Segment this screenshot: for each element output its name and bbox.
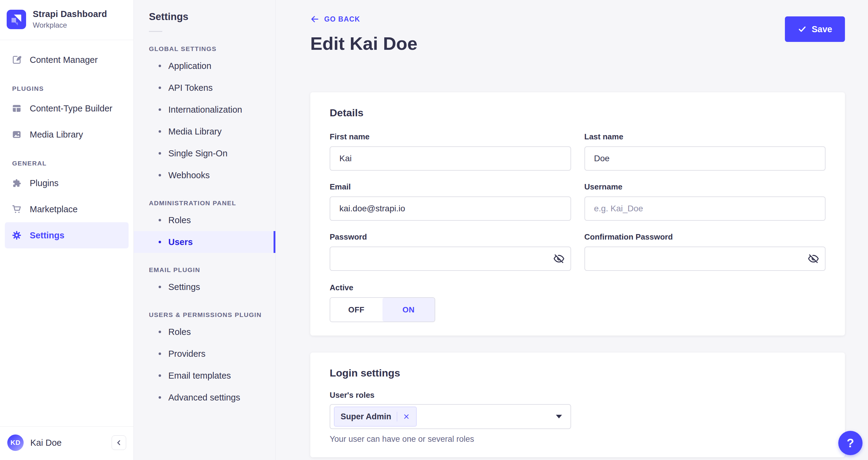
subnav-item-label: API Tokens — [168, 83, 213, 93]
password-input[interactable] — [330, 247, 571, 271]
toggle-off-button[interactable]: OFF — [330, 298, 382, 321]
sidebar-item-label: Plugins — [30, 178, 59, 188]
bullet-icon — [159, 374, 161, 377]
shopping-cart-icon — [11, 204, 22, 214]
chevron-down-icon — [556, 415, 562, 419]
active-indicator — [274, 231, 275, 253]
go-back-link[interactable]: GO BACK — [310, 15, 360, 24]
subnav-item-media-library[interactable]: Media Library — [134, 120, 275, 142]
subnav-section-users-permissions: USERS & PERMISSIONS PLUGIN Roles Provide… — [134, 311, 275, 408]
first-name-label: First name — [330, 132, 571, 142]
bullet-icon — [159, 130, 161, 133]
first-name-field: First name — [330, 132, 571, 171]
user-roles-select[interactable]: Super Admin — [330, 404, 571, 429]
workspace-name: Workplace — [33, 21, 107, 29]
subnav-item-up-roles[interactable]: Roles — [134, 321, 275, 343]
bullet-icon — [159, 219, 161, 221]
save-button[interactable]: Save — [785, 17, 845, 42]
password-field: Password — [330, 232, 571, 271]
subnav-item-label: Users — [168, 237, 193, 247]
subnav-item-email-templates[interactable]: Email templates — [134, 365, 275, 386]
sidebar-item-media-library[interactable]: Media Library — [5, 121, 129, 148]
subnav-item-internationalization[interactable]: Internationalization — [134, 99, 275, 120]
bullet-icon — [159, 352, 161, 355]
sidebar-item-settings[interactable]: Settings — [5, 222, 129, 248]
sidebar-item-content-manager[interactable]: Content Manager — [5, 47, 129, 73]
confirmation-password-label: Confirmation Password — [584, 232, 826, 242]
username-input[interactable] — [584, 197, 826, 221]
sidebar-item-label: Marketplace — [30, 204, 78, 214]
username-field: Username — [584, 182, 826, 221]
sidebar-item-plugins[interactable]: Plugins — [5, 170, 129, 196]
subnav-section-administration-panel: ADMINISTRATION PANEL Roles Users — [134, 200, 275, 253]
last-name-input[interactable] — [584, 146, 826, 171]
subnav-item-advanced-settings[interactable]: Advanced settings — [134, 386, 275, 408]
confirmation-password-field: Confirmation Password — [584, 232, 826, 271]
subnav-item-providers[interactable]: Providers — [134, 343, 275, 365]
sidebar-item-label: Content Manager — [30, 55, 98, 65]
sidebar-item-label: Settings — [30, 230, 64, 240]
gear-icon — [11, 230, 22, 240]
login-settings-card: Login settings User's roles Super Admin … — [310, 352, 845, 457]
email-input[interactable] — [330, 197, 571, 221]
app-root: Strapi Dashboard Workplace Content Manag… — [0, 0, 868, 460]
subnav-section-email-plugin: EMAIL PLUGIN Settings — [134, 266, 275, 298]
roles-hint-text: Your user can have one or several roles — [330, 434, 826, 444]
subnav-item-api-tokens[interactable]: API Tokens — [134, 77, 275, 99]
sidebar-item-marketplace[interactable]: Marketplace — [5, 196, 129, 222]
subnav-item-webhooks[interactable]: Webhooks — [134, 164, 275, 186]
go-back-label: GO BACK — [324, 15, 360, 23]
confirmation-password-input[interactable] — [584, 247, 826, 271]
avatar: KD — [7, 434, 24, 451]
sidebar-footer: KD Kai Doe — [0, 426, 133, 460]
password-label: Password — [330, 232, 571, 242]
settings-subnav: Settings GLOBAL SETTINGS Application API… — [134, 0, 276, 460]
sidebar-item-content-type-builder[interactable]: Content-Type Builder — [5, 95, 129, 121]
subnav-section-label: EMAIL PLUGIN — [149, 266, 275, 274]
chevron-left-icon — [115, 439, 123, 447]
subnav-item-application[interactable]: Application — [134, 55, 275, 77]
bullet-icon — [159, 286, 161, 288]
bullet-icon — [159, 330, 161, 333]
subnav-item-admin-roles[interactable]: Roles — [134, 209, 275, 231]
active-toggle: OFF ON — [330, 297, 435, 322]
help-button[interactable]: ? — [838, 431, 863, 455]
active-toggle-group: Active OFF ON — [330, 283, 826, 322]
bullet-icon — [159, 87, 161, 89]
subnav-item-label: Roles — [168, 215, 191, 225]
eye-off-icon — [553, 253, 565, 264]
subnav-item-label: Email templates — [168, 371, 231, 381]
sidebar-section-general: GENERAL — [12, 160, 129, 167]
username-label: Username — [584, 182, 826, 192]
last-name-input-wrap — [584, 146, 826, 171]
role-tag-super-admin: Super Admin — [334, 407, 417, 427]
check-icon — [798, 25, 807, 34]
content-manager-icon — [11, 55, 22, 65]
subnav-item-label: Roles — [168, 327, 191, 337]
bullet-icon — [159, 241, 161, 243]
layout-grid-icon — [11, 103, 22, 114]
sidebar-section-plugins: PLUGINS — [12, 85, 129, 92]
subnav-item-users[interactable]: Users — [134, 231, 275, 253]
toggle-on-button[interactable]: ON — [382, 298, 435, 321]
collapse-sidebar-button[interactable] — [112, 435, 126, 450]
main-content: GO BACK Edit Kai Doe Save Details First … — [276, 0, 868, 460]
tag-divider — [397, 412, 397, 422]
bullet-icon — [159, 152, 161, 154]
remove-role-button[interactable] — [403, 413, 410, 420]
subnav-item-email-settings[interactable]: Settings — [134, 276, 275, 298]
first-name-input[interactable] — [330, 146, 571, 171]
subnav-item-single-sign-on[interactable]: Single Sign-On — [134, 142, 275, 164]
eye-off-icon — [808, 253, 819, 264]
toggle-confirmation-visibility-button[interactable] — [804, 250, 823, 268]
image-icon — [11, 130, 22, 140]
subnav-item-label: Application — [168, 61, 211, 71]
password-input-wrap — [330, 247, 571, 271]
workspace-titles: Strapi Dashboard Workplace — [33, 9, 107, 29]
subnav-item-label: Providers — [168, 349, 206, 359]
toggle-password-visibility-button[interactable] — [550, 250, 568, 268]
sidebar-item-label: Content-Type Builder — [30, 104, 112, 114]
subnav-section-label: USERS & PERMISSIONS PLUGIN — [149, 311, 275, 318]
workspace-header[interactable]: Strapi Dashboard Workplace — [0, 0, 133, 40]
role-tag-label: Super Admin — [341, 412, 391, 422]
